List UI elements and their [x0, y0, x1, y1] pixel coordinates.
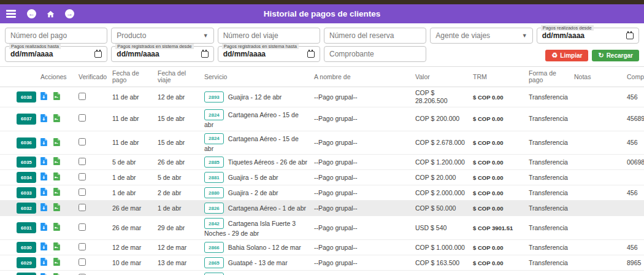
payment-id-badge[interactable]: 6037 [17, 114, 36, 125]
service-id-badge[interactable]: 2842 [204, 218, 224, 229]
payment-id-badge[interactable]: 6030 [17, 242, 36, 253]
service-id-badge[interactable]: 2881 [204, 172, 224, 183]
verified-checkbox[interactable] [79, 223, 86, 231]
download-file-icon[interactable] [40, 157, 47, 167]
travel-agent-select[interactable]: Agente de viajes ▼ [430, 28, 532, 44]
calendar-icon[interactable] [94, 51, 102, 58]
pdf-file-icon[interactable] [53, 223, 60, 233]
verified-checkbox[interactable] [79, 243, 86, 250]
amount-cell: COP $ 200.000 [413, 107, 470, 131]
back-icon[interactable]: ← [27, 9, 36, 18]
verified-checkbox[interactable] [79, 173, 86, 180]
payment-id-badge[interactable]: 6038 [17, 91, 36, 103]
chevron-down-icon: ▼ [203, 33, 209, 39]
service-id-badge[interactable]: 2885 [204, 157, 224, 168]
payment-number-input[interactable] [10, 31, 102, 40]
pdf-file-icon[interactable] [53, 242, 60, 252]
notes-cell [572, 255, 624, 271]
pdf-file-icon[interactable] [53, 92, 60, 102]
calendar-icon[interactable] [626, 33, 634, 39]
hamburger-menu-icon[interactable] [6, 10, 16, 18]
date-value[interactable]: dd/mm/aaaa [117, 50, 201, 58]
verified-checkbox[interactable] [79, 138, 86, 145]
download-file-icon[interactable] [40, 223, 47, 233]
date-value[interactable]: dd/mm/aaaa [10, 50, 94, 58]
amount-cell: COP $ 1.200.000 [413, 155, 470, 170]
table-row: 6035 5 de abr 26 de abr 2885Tiquetes [0, 155, 644, 170]
payment-date-cell: 26 de mar [110, 201, 155, 216]
payments-made-from-date-field[interactable]: Pagos realizados desde dd/mm/aaaa [537, 28, 639, 44]
table-row: 6034 1 de abr 5 de abr 2881Guajira - [0, 170, 644, 185]
payment-id-badge[interactable]: 6031 [17, 222, 36, 233]
payments-registered-until-date-field[interactable]: Pagos registrados en sistema hasta dd/mm… [218, 46, 320, 62]
payment-id-badge[interactable]: 6033 [17, 187, 36, 198]
receipt-input[interactable] [329, 50, 421, 58]
pdf-file-icon[interactable] [53, 138, 60, 148]
payer-name-cell: --Pago grupal-- [312, 185, 413, 201]
verified-checkbox[interactable] [79, 93, 86, 100]
service-id-badge[interactable]: 2865 [204, 257, 224, 268]
verified-checkbox[interactable] [79, 114, 86, 122]
payment-method-cell: Transferencia [526, 107, 572, 131]
download-file-icon[interactable] [40, 242, 47, 252]
trip-date-cell: 15 de abr [155, 107, 202, 131]
service-id-badge[interactable]: 2866 [204, 242, 224, 253]
forward-icon[interactable]: → [65, 9, 74, 18]
home-icon[interactable] [46, 10, 55, 18]
payments-made-until-date-field[interactable]: Pagos realizados hasta dd/mm/aaaa [5, 46, 107, 62]
amount-cell: COP $ 20.000 [413, 170, 470, 185]
pdf-file-icon[interactable] [53, 203, 60, 213]
service-id-badge[interactable]: 2893 [204, 91, 224, 103]
service-id-badge[interactable]: 2824 [204, 109, 224, 120]
reservation-number-input[interactable] [329, 31, 421, 40]
reload-button[interactable]: ↻ Recargar [592, 50, 639, 61]
download-file-icon[interactable] [40, 172, 47, 182]
pdf-file-icon[interactable] [53, 172, 60, 182]
verified-checkbox[interactable] [79, 188, 86, 196]
pdf-file-icon[interactable] [53, 258, 60, 268]
column-header: Verificado [76, 67, 110, 87]
download-file-icon[interactable] [40, 188, 47, 198]
trip-number-input[interactable] [223, 31, 315, 40]
payment-id-badge[interactable]: 6034 [17, 172, 36, 183]
calendar-icon[interactable] [201, 51, 209, 58]
reservation-number-field[interactable] [324, 28, 426, 44]
clear-button[interactable]: ♻ Limpiar [545, 50, 588, 61]
payment-id-badge[interactable]: 6032 [17, 203, 36, 214]
trip-date-cell: 13 de mar [155, 255, 202, 271]
refresh-icon: ↻ [598, 52, 604, 59]
download-file-icon[interactable] [40, 258, 47, 268]
payment-id-badge[interactable]: 6028 [17, 273, 36, 275]
payment-date-cell: 1 de abr [110, 170, 155, 185]
calendar-icon[interactable] [307, 51, 315, 58]
trm-cell: $ COP 0.00 [470, 131, 526, 155]
service-name: Guatapé - 13 de mar [228, 259, 288, 266]
receipt-field[interactable] [324, 46, 426, 62]
download-file-icon[interactable] [40, 92, 47, 102]
verified-checkbox[interactable] [79, 204, 86, 211]
service-id-badge[interactable]: 2880 [204, 187, 224, 198]
service-id-badge[interactable]: 2826 [204, 203, 224, 214]
payments-registered-from-date-field[interactable]: Pagos registrados en sistema desde dd/mm… [111, 46, 213, 62]
pdf-file-icon[interactable] [53, 114, 60, 124]
date-value[interactable]: dd/mm/aaaa [542, 31, 626, 40]
trip-number-field[interactable] [218, 28, 320, 44]
date-value[interactable]: dd/mm/aaaa [223, 50, 307, 58]
verified-checkbox[interactable] [79, 258, 86, 266]
product-select-label: Producto [117, 31, 146, 40]
payment-id-badge[interactable]: 6029 [17, 257, 36, 268]
payer-name-cell: --Pago grupal-- [312, 201, 413, 216]
download-file-icon[interactable] [40, 203, 47, 213]
pdf-file-icon[interactable] [53, 157, 60, 167]
service-id-badge[interactable]: 2862 [204, 273, 224, 275]
service-id-badge[interactable]: 2824 [204, 133, 224, 144]
verified-checkbox[interactable] [79, 158, 86, 165]
pdf-file-icon[interactable] [53, 188, 60, 198]
product-select[interactable]: Producto ▼ [111, 28, 213, 44]
download-file-icon[interactable] [40, 138, 47, 148]
payment-id-badge[interactable]: 6036 [17, 138, 36, 149]
download-file-icon[interactable] [40, 114, 47, 124]
payment-id-badge[interactable]: 6035 [17, 157, 36, 168]
payment-method-cell: Transferencia [526, 240, 572, 255]
payment-number-field[interactable] [5, 28, 107, 44]
